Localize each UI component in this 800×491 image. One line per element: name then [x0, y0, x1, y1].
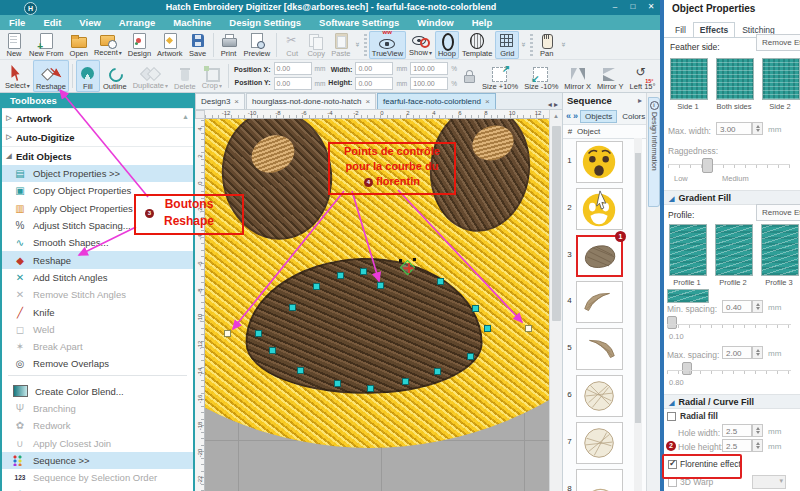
- tab-effects[interactable]: Effects: [693, 22, 735, 37]
- lock-proportions-icon[interactable]: [460, 68, 477, 84]
- tab-close-icon[interactable]: ×: [365, 97, 370, 106]
- reshape-control-point[interactable]: [297, 367, 304, 374]
- artwork-button[interactable]: Artwork: [154, 31, 185, 59]
- outline-button[interactable]: Outline: [100, 60, 130, 92]
- min-spacing-spinner[interactable]: [752, 300, 763, 313]
- sequence-back-icon[interactable]: «: [566, 111, 571, 121]
- remove-effect-button[interactable]: Remove Effect: [756, 204, 800, 221]
- reshape-control-point[interactable]: [402, 378, 409, 385]
- print-button[interactable]: Print: [217, 31, 241, 59]
- toolbar-overflow-icon[interactable]: »: [353, 42, 362, 46]
- reshape-control-point[interactable]: [313, 283, 320, 290]
- trueview-button[interactable]: TrueView: [369, 31, 406, 59]
- sequence-scrollbar[interactable]: [634, 138, 642, 491]
- max-spacing-input[interactable]: 2.00: [722, 346, 752, 359]
- hole-width-spinner[interactable]: [752, 424, 763, 437]
- reshape-control-point[interactable]: [467, 353, 474, 360]
- menu-arrange[interactable]: Arrange: [110, 15, 164, 30]
- tab-fill[interactable]: Fill: [668, 22, 693, 37]
- mirror-y-button[interactable]: Mirror Y: [594, 60, 627, 92]
- maximize-button[interactable]: □: [624, 0, 642, 15]
- toolbox-item-smooth-shapes[interactable]: ∿Smooth Shapes...: [2, 234, 193, 251]
- scrollbar-thumb[interactable]: [635, 153, 641, 423]
- minimize-button[interactable]: –: [606, 0, 624, 15]
- tab-design3[interactable]: Design3×: [195, 93, 245, 109]
- menu-window[interactable]: Window: [408, 15, 462, 30]
- scrollbar-thumb[interactable]: [552, 126, 561, 321]
- reshape-button[interactable]: Reshape: [33, 60, 69, 92]
- reshape-control-point[interactable]: [255, 330, 262, 337]
- hole-width-input[interactable]: 2.5: [722, 424, 752, 437]
- toolbox-item-object-properties[interactable]: ▤Object Properties >>: [2, 165, 193, 182]
- save-button[interactable]: Save: [186, 31, 210, 59]
- toolbox-item-create-color-blend[interactable]: Create Color Blend...: [2, 383, 193, 400]
- min-spacing-slider[interactable]: [667, 324, 791, 328]
- new-from-button[interactable]: New From: [26, 31, 67, 59]
- hoop-button[interactable]: Hoop: [435, 31, 459, 59]
- profile1-option[interactable]: [669, 224, 707, 276]
- height-percent-input[interactable]: 100.00: [410, 77, 448, 90]
- scroll-up-icon[interactable]: ▲: [550, 110, 562, 122]
- menu-software-settings[interactable]: Software Settings: [310, 15, 408, 30]
- remove-effect-button[interactable]: Remove Effect: [756, 34, 800, 51]
- size-10-button[interactable]: Size +10%: [479, 60, 521, 92]
- toolbar-drag-handle[interactable]: [364, 34, 367, 56]
- tab-fearful-face-noto-colorblend[interactable]: fearful-face-noto-colorblend×: [377, 93, 496, 109]
- toolbox-section-artwork[interactable]: ▷Artwork: [2, 108, 193, 127]
- reshape-control-point[interactable]: [377, 282, 384, 289]
- menu-machine[interactable]: Machine: [164, 15, 220, 30]
- warp-3d-dropdown[interactable]: [752, 475, 786, 489]
- menu-view[interactable]: View: [70, 15, 109, 30]
- raggedness-slider[interactable]: [668, 164, 790, 168]
- menu-help[interactable]: Help: [463, 15, 502, 30]
- toolbox-item-knife[interactable]: ╱Knife: [2, 303, 193, 320]
- tab-colors[interactable]: Colors: [617, 110, 646, 123]
- sequence-forward-icon[interactable]: »: [573, 111, 578, 121]
- feather-side1-option[interactable]: [670, 58, 708, 100]
- reshape-control-point[interactable]: [360, 268, 367, 275]
- reshape-control-point[interactable]: [484, 325, 491, 332]
- size-10-button[interactable]: Size -10%: [521, 60, 561, 92]
- toolbox-item-stitch-edit[interactable]: ✱Stitch Edit: [2, 486, 193, 491]
- grid-button[interactable]: Grid: [495, 31, 519, 59]
- toolbox-section-edit-objects[interactable]: ◢Edit Objects: [2, 146, 193, 165]
- toolbox-item-sequence[interactable]: Sequence >>: [2, 452, 193, 469]
- position-y-input[interactable]: 0.00: [274, 77, 312, 90]
- width-input[interactable]: 0.00: [355, 62, 393, 75]
- toolbox-item-remove-overlaps[interactable]: ◎Remove Overlaps: [2, 355, 193, 372]
- toolbox-scroll-up-icon[interactable]: ▲: [182, 113, 189, 120]
- reshape-handle[interactable]: [399, 259, 402, 262]
- sequence-item-7[interactable]: [576, 422, 623, 464]
- tab-hourglass-not-done-noto-hatch[interactable]: hourglass-not-done-noto-hatch×: [246, 93, 376, 109]
- panel-menu-icon[interactable]: ▸: [638, 96, 642, 105]
- close-button[interactable]: ✕: [642, 0, 660, 15]
- toolbox-item-reshape[interactable]: ◆Reshape: [2, 251, 193, 268]
- sequence-item-1[interactable]: [576, 141, 623, 183]
- reshape-control-point[interactable]: [334, 380, 341, 387]
- reshape-control-point[interactable]: [337, 272, 344, 279]
- sequence-item-5[interactable]: [576, 328, 623, 370]
- menu-file[interactable]: File: [0, 15, 34, 30]
- hole-height-input[interactable]: 2.5: [722, 439, 752, 452]
- toolbox-item-add-stitch-angles[interactable]: ✕Add Stitch Angles: [2, 269, 193, 286]
- fill-button[interactable]: Fill: [76, 60, 100, 92]
- open-button[interactable]: Open: [67, 31, 91, 59]
- reshape-control-point[interactable]: [367, 385, 374, 392]
- new-button[interactable]: New: [2, 31, 26, 59]
- reshape-node[interactable]: [224, 330, 231, 337]
- show-button[interactable]: Show▾: [406, 31, 435, 59]
- raggedness-slider-handle[interactable]: [702, 158, 713, 173]
- feather-both-sides-option[interactable]: [716, 58, 754, 100]
- profile2-option[interactable]: [715, 224, 753, 276]
- tab-objects[interactable]: Objects: [580, 110, 617, 123]
- radial-fill-checkbox[interactable]: [667, 412, 676, 421]
- reshape-control-point[interactable]: [434, 368, 441, 375]
- sequence-item-8[interactable]: [576, 469, 623, 491]
- toolbar-overflow-icon[interactable]: »: [519, 42, 528, 46]
- sequence-item-3[interactable]: [576, 235, 623, 277]
- toolbar-overflow-icon[interactable]: »: [559, 42, 568, 46]
- reshape-control-point[interactable]: [269, 347, 276, 354]
- tab-close-icon[interactable]: ×: [485, 97, 490, 106]
- select-button[interactable]: Select▾: [2, 60, 33, 92]
- reshape-control-point[interactable]: [472, 305, 479, 312]
